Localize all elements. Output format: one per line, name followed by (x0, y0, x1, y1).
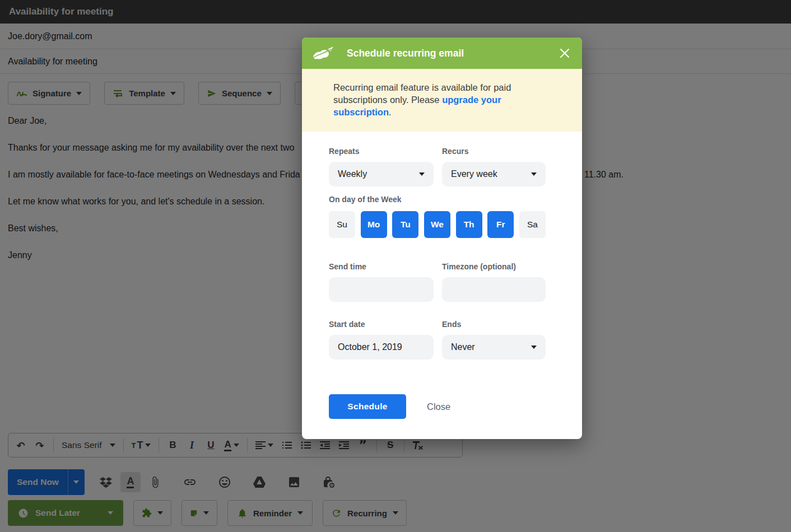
cloudhq-logo-icon (312, 45, 334, 62)
modal-title: Schedule recurring email (347, 48, 464, 59)
modal-header: Schedule recurring email (302, 38, 582, 69)
repeats-label: Repeats (329, 147, 434, 156)
timezone-group: Timezone (optional) (442, 262, 546, 302)
schedule-recurring-modal: Schedule recurring email Recurring email… (302, 38, 582, 439)
start-date-label: Start date (329, 320, 434, 329)
recurs-select[interactable]: Every week (442, 162, 546, 186)
start-date-group: Start date October 1, 2019 (329, 320, 434, 360)
ends-label: Ends (442, 320, 546, 329)
ends-select[interactable]: Never (442, 335, 546, 360)
chevron-down-icon (531, 172, 537, 176)
send-time-label: Send time (329, 262, 434, 271)
day-we[interactable]: We (424, 211, 450, 238)
start-date-input[interactable]: October 1, 2019 (329, 335, 434, 360)
close-button[interactable]: Close (427, 402, 450, 412)
day-th[interactable]: Th (456, 211, 482, 238)
recurs-label: Recurs (442, 147, 546, 156)
day-su[interactable]: Su (329, 211, 355, 238)
close-icon[interactable] (557, 46, 572, 60)
chevron-down-icon (531, 346, 537, 349)
timezone-label: Timezone (optional) (442, 262, 546, 271)
upgrade-notice: Recurring email feature is available for… (302, 69, 582, 132)
day-fr[interactable]: Fr (487, 211, 514, 238)
day-tu[interactable]: Tu (392, 211, 418, 238)
day-selector: Su Mo Tu We Th Fr Sa (329, 211, 546, 238)
day-sa[interactable]: Sa (519, 211, 546, 238)
send-time-group: Send time (329, 262, 434, 302)
timezone-input[interactable] (442, 277, 546, 302)
days-label: On day of the Week (329, 195, 582, 204)
recurs-group: Recurs Every week (442, 147, 546, 186)
modal-body: Repeats Weekly Recurs Every week On day … (302, 147, 582, 419)
schedule-button[interactable]: Schedule (329, 394, 406, 419)
repeats-group: Repeats Weekly (329, 147, 434, 186)
ends-group: Ends Never (442, 320, 546, 360)
chevron-down-icon (419, 172, 425, 176)
modal-actions: Schedule Close (329, 394, 582, 419)
day-mo[interactable]: Mo (361, 211, 387, 238)
repeats-select[interactable]: Weekly (329, 162, 434, 186)
days-group: On day of the Week Su Mo Tu We Th Fr Sa (329, 195, 582, 238)
app-window: Availability for meeting Joe.dory@gmail.… (0, 0, 791, 532)
send-time-input[interactable] (329, 277, 434, 302)
